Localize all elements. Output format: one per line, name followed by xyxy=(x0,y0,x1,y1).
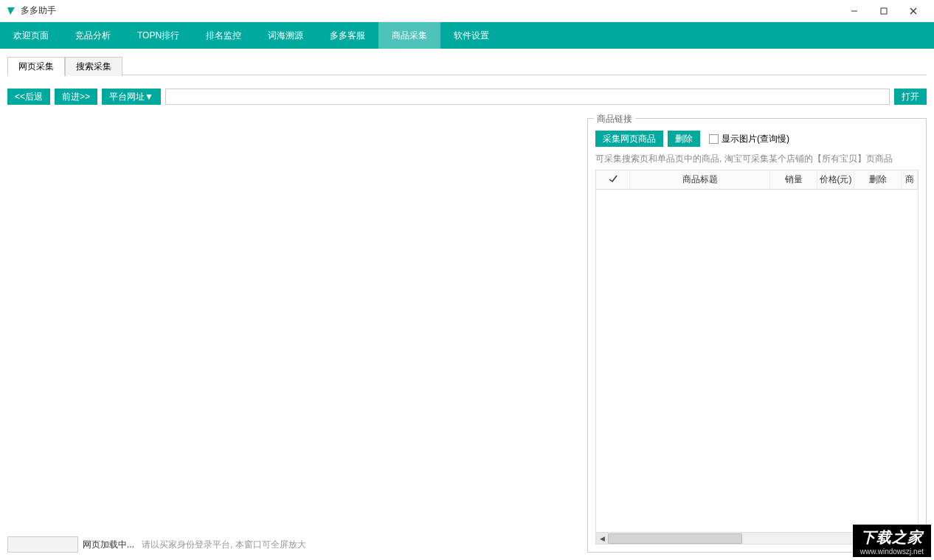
show-image-checkbox[interactable]: 显示图片(查询慢) xyxy=(709,133,789,145)
nav-item-service[interactable]: 多多客服 xyxy=(316,22,378,49)
col-header-extra[interactable]: 商 xyxy=(902,170,918,189)
product-links-panel: 商品链接 采集网页商品 删除 显示图片(查询慢) 可采集搜索页和单品页中的商品,… xyxy=(587,118,927,553)
svg-rect-2 xyxy=(881,8,887,14)
watermark-title: 下载之家 xyxy=(861,528,923,547)
url-input[interactable] xyxy=(165,89,890,105)
open-button[interactable]: 打开 xyxy=(894,89,927,105)
nav-item-settings[interactable]: 软件设置 xyxy=(440,22,502,49)
checkmark-icon xyxy=(608,173,618,186)
status-hint-text: 请以买家身份登录平台, 本窗口可全屏放大 xyxy=(142,539,306,551)
show-image-label: 显示图片(查询慢) xyxy=(722,133,789,145)
status-row: 网页加载中... 请以买家身份登录平台, 本窗口可全屏放大 xyxy=(7,536,581,553)
title-bar: 多多助手 xyxy=(0,0,934,22)
main-nav: 欢迎页面 竞品分析 TOPN排行 排名监控 词海溯源 多多客服 商品采集 软件设… xyxy=(0,22,934,49)
table-header-row: 商品标题 销量 价格(元) 删除 商 xyxy=(596,170,918,190)
main-area: 网页加载中... 请以买家身份登录平台, 本窗口可全屏放大 商品链接 采集网页商… xyxy=(7,118,927,553)
col-header-title[interactable]: 商品标题 xyxy=(630,170,770,189)
web-canvas xyxy=(7,118,581,530)
content-area: 网页采集 搜索采集 <<后退 前进>> 平台网址▼ 打开 网页加载中... 请以… xyxy=(0,49,934,560)
progress-bar xyxy=(7,536,78,553)
delete-button[interactable]: 删除 xyxy=(668,131,700,147)
browser-toolbar: <<后退 前进>> 平台网址▼ 打开 xyxy=(7,89,927,105)
minimize-button[interactable] xyxy=(840,0,869,22)
panel-info-text: 可采集搜索页和单品页中的商品, 淘宝可采集某个店铺的【所有宝贝】页商品 xyxy=(595,153,919,165)
subtab-search-collect[interactable]: 搜索采集 xyxy=(65,57,122,76)
scroll-thumb[interactable] xyxy=(608,533,742,544)
nav-item-competitor[interactable]: 竞品分析 xyxy=(62,22,124,49)
app-icon xyxy=(6,6,16,16)
nav-item-collect[interactable]: 商品采集 xyxy=(378,22,440,49)
nav-item-word-trace[interactable]: 词海溯源 xyxy=(255,22,316,49)
subtab-web-collect[interactable]: 网页采集 xyxy=(7,57,65,76)
panel-toolbar: 采集网页商品 删除 显示图片(查询慢) xyxy=(595,131,919,147)
status-loading-text: 网页加载中... xyxy=(83,539,134,551)
nav-item-topn[interactable]: TOPN排行 xyxy=(124,22,193,49)
app-title: 多多助手 xyxy=(21,4,56,17)
close-button[interactable] xyxy=(899,0,928,22)
checkbox-icon xyxy=(709,134,719,144)
col-header-sales[interactable]: 销量 xyxy=(770,170,817,189)
panel-legend: 商品链接 xyxy=(594,113,635,125)
table-body xyxy=(596,190,918,532)
platform-dropdown[interactable]: 平台网址▼ xyxy=(102,89,161,105)
watermark-url: www.windowszj.net xyxy=(860,547,924,556)
back-button[interactable]: <<后退 xyxy=(7,89,50,105)
scroll-left-arrow[interactable]: ◀ xyxy=(596,533,608,544)
left-panel: 网页加载中... 请以买家身份登录平台, 本窗口可全屏放大 xyxy=(7,118,581,553)
sub-tabs: 网页采集 搜索采集 xyxy=(7,56,927,75)
col-header-check[interactable] xyxy=(596,170,630,189)
nav-item-welcome[interactable]: 欢迎页面 xyxy=(0,22,62,49)
product-table: 商品标题 销量 价格(元) 删除 商 ◀ ▶ xyxy=(595,170,919,545)
watermark: 下载之家 www.windowszj.net xyxy=(853,525,931,557)
col-header-delete[interactable]: 删除 xyxy=(854,170,902,189)
col-header-price[interactable]: 价格(元) xyxy=(817,170,854,189)
maximize-button[interactable] xyxy=(869,0,899,22)
nav-item-rank-monitor[interactable]: 排名监控 xyxy=(193,22,255,49)
collect-button[interactable]: 采集网页商品 xyxy=(595,131,663,147)
forward-button[interactable]: 前进>> xyxy=(55,89,97,105)
svg-marker-0 xyxy=(7,7,15,15)
